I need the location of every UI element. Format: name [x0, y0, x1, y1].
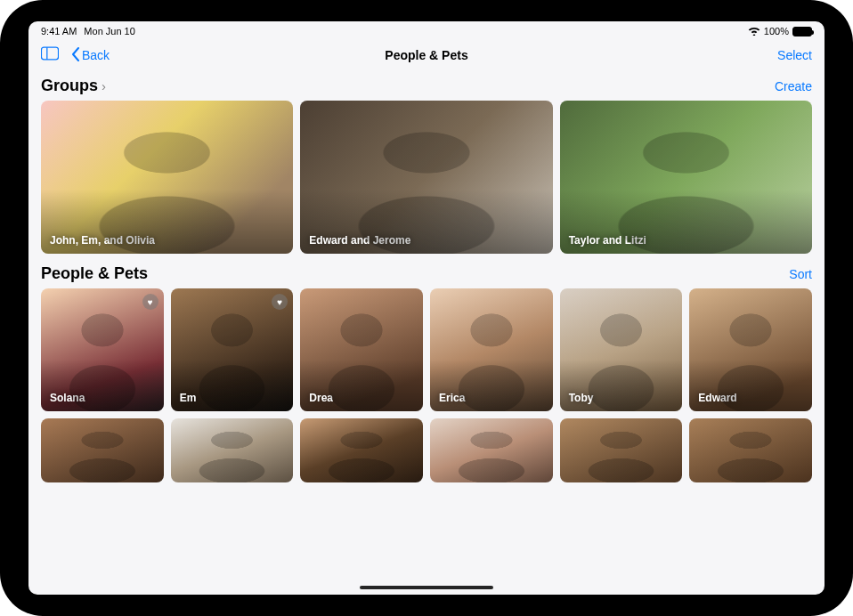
chevron-right-icon: › — [102, 78, 106, 93]
back-button[interactable]: Back — [71, 47, 110, 64]
person-card[interactable]: ♥ Solana — [41, 288, 164, 411]
battery-percent: 100% — [764, 26, 789, 36]
people-header: People & Pets Sort — [41, 264, 812, 283]
person-label: Em — [180, 392, 197, 404]
person-card[interactable]: ♥ Em — [171, 288, 294, 411]
svg-rect-0 — [41, 47, 58, 60]
battery-icon — [792, 27, 812, 36]
status-bar: 9:41 AM Mon Jun 10 100% — [28, 21, 825, 39]
people-grid-row2 — [41, 418, 812, 482]
chevron-left-icon — [71, 47, 80, 64]
person-card[interactable] — [560, 418, 683, 482]
people-sort-button[interactable]: Sort — [789, 267, 812, 281]
person-label: Drea — [309, 392, 333, 404]
groups-title-button[interactable]: Groups › — [41, 77, 106, 95]
group-label: Taylor and Litzi — [569, 234, 646, 247]
group-card[interactable]: Edward and Jerome — [300, 101, 552, 254]
select-button[interactable]: Select — [777, 48, 812, 62]
home-indicator[interactable] — [360, 586, 493, 589]
person-card[interactable] — [41, 418, 164, 482]
wifi-icon — [748, 26, 760, 37]
person-label: Erica — [439, 392, 465, 404]
person-card[interactable]: Edward — [689, 288, 812, 411]
status-time: 9:41 AM — [41, 26, 77, 36]
group-card[interactable]: Taylor and Litzi — [560, 101, 812, 254]
group-card[interactable]: John, Em, and Olivia — [41, 101, 293, 254]
person-card[interactable]: Toby — [560, 288, 683, 411]
person-label: Toby — [569, 392, 594, 404]
person-card[interactable] — [171, 418, 294, 482]
screen: 9:41 AM Mon Jun 10 100% — [28, 21, 825, 595]
people-title-label: People & Pets — [41, 264, 148, 283]
person-card[interactable]: Erica — [430, 288, 553, 411]
ipad-frame: 9:41 AM Mon Jun 10 100% — [0, 0, 853, 616]
groups-create-button[interactable]: Create — [775, 79, 812, 93]
group-label: John, Em, and Olivia — [50, 234, 155, 247]
people-grid: ♥ Solana ♥ Em Drea Erica Toby Edward — [41, 288, 812, 411]
person-card[interactable] — [430, 418, 553, 482]
content-area: Groups › Create John, Em, and Olivia Edw… — [28, 71, 825, 595]
people-title: People & Pets — [41, 264, 148, 283]
person-label: Solana — [50, 392, 85, 404]
favorite-heart-icon: ♥ — [272, 294, 288, 310]
page-title: People & Pets — [385, 48, 467, 62]
favorite-heart-icon: ♥ — [142, 294, 158, 310]
person-card[interactable] — [689, 418, 812, 482]
groups-title-label: Groups — [41, 77, 98, 95]
nav-bar: Back People & Pets Select — [28, 39, 825, 71]
sidebar-toggle-button[interactable] — [41, 46, 59, 64]
person-card[interactable]: Drea — [300, 288, 423, 411]
status-date: Mon Jun 10 — [84, 26, 134, 36]
person-label: Edward — [698, 392, 736, 404]
groups-header: Groups › Create — [41, 77, 812, 95]
groups-row: John, Em, and Olivia Edward and Jerome T… — [41, 101, 812, 254]
person-card[interactable] — [300, 418, 423, 482]
back-label: Back — [82, 48, 110, 62]
group-label: Edward and Jerome — [309, 234, 410, 247]
